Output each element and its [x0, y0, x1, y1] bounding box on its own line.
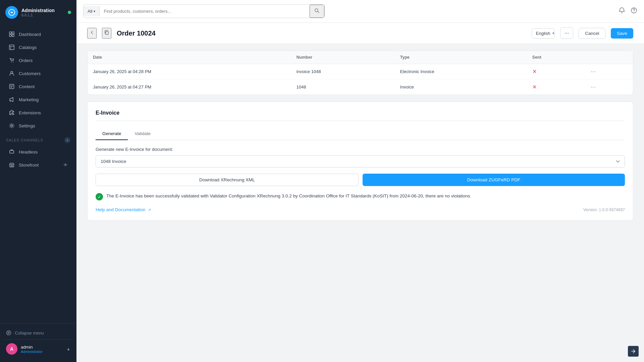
sidebar-nav: Dashboard Catalogs Orders Customers Cont… [0, 25, 76, 323]
corner-badge[interactable] [628, 346, 639, 357]
user-name: admin [21, 345, 43, 350]
sidebar-item-dashboard[interactable]: Dashboard [3, 28, 74, 41]
cell-sent: ✕ [527, 79, 585, 95]
page-title: Order 10024 [117, 29, 526, 37]
language-selector[interactable]: English ▾ [532, 28, 555, 39]
orders-icon [9, 57, 15, 63]
svg-rect-3 [9, 35, 11, 37]
svg-point-15 [11, 125, 13, 127]
more-options-button[interactable]: ··· [560, 27, 573, 39]
dashboard-icon [9, 31, 15, 37]
language-select[interactable]: English [532, 28, 555, 38]
tab-generate[interactable]: Generate [96, 128, 128, 140]
copy-button[interactable] [102, 28, 111, 39]
content-icon [9, 83, 15, 89]
search-all-button[interactable]: All ▾ [84, 6, 100, 16]
svg-rect-16 [10, 150, 14, 153]
success-icon: ✓ [96, 193, 103, 200]
add-sales-channel-button[interactable]: + [64, 137, 70, 143]
app-name: Administration [21, 8, 64, 13]
collapse-menu-label: Collapse menu [15, 330, 44, 336]
svg-rect-5 [9, 45, 14, 50]
download-pdf-button[interactable]: Download ZUGFeRD PDF [363, 174, 625, 186]
topbar: All ▾ [76, 0, 644, 23]
help-link[interactable]: Help and Documentation ↗ [96, 207, 151, 212]
svg-point-8 [11, 62, 12, 62]
cell-actions: ··· [585, 64, 633, 79]
svg-point-10 [11, 71, 13, 73]
settings-icon [9, 123, 15, 129]
status-dot [68, 11, 71, 14]
table-row: January 26, 2025 at 04:27 PM 1048 Invoic… [88, 79, 633, 95]
marketing-icon [9, 97, 15, 103]
app-logo [5, 6, 18, 19]
corner-icon [631, 349, 636, 354]
row-more-button[interactable]: ··· [591, 69, 596, 74]
table-row: January 26, 2025 at 04:28 PM invoice 104… [88, 64, 633, 79]
sidebar-item-storefront[interactable]: Storefront 👁 [3, 159, 74, 171]
sidebar-item-marketing[interactable]: Marketing [3, 93, 74, 106]
user-profile[interactable]: A admin Administrator ▲ [3, 340, 74, 358]
sidebar-footer: Collapse menu A admin Administrator ▲ [0, 323, 76, 362]
svg-point-22 [634, 12, 634, 12]
save-button[interactable]: Save [611, 28, 633, 39]
col-number: Number [291, 51, 395, 64]
user-info: admin Administrator [21, 345, 43, 354]
cell-type: Invoice [395, 79, 527, 95]
tabs: Generate Validate [96, 128, 625, 140]
app-info: Administration 6.6.1.1 [21, 8, 64, 17]
row-more-button[interactable]: ··· [591, 84, 596, 90]
extensions-icon [9, 110, 15, 116]
back-button[interactable] [87, 28, 97, 39]
svg-rect-1 [9, 32, 11, 34]
svg-rect-4 [12, 35, 14, 37]
external-link-icon: ↗ [148, 208, 151, 212]
sidebar-item-settings[interactable]: Settings [3, 119, 74, 132]
tab-validate[interactable]: Validate [128, 128, 157, 140]
headless-icon [9, 149, 15, 155]
search-input[interactable] [100, 6, 310, 16]
sent-x-icon: ✕ [532, 69, 537, 74]
sidebar-item-extensions[interactable]: Extensions [3, 106, 74, 119]
sidebar-item-label: Headless [19, 149, 38, 155]
sidebar-item-label: Marketing [19, 97, 39, 102]
collapse-menu-button[interactable]: Collapse menu [3, 327, 74, 338]
cell-date: January 26, 2025 at 04:27 PM [88, 79, 291, 95]
topbar-icons [619, 7, 637, 15]
search-button[interactable] [310, 5, 324, 18]
sidebar-item-catalogs[interactable]: Catalogs [3, 41, 74, 54]
sidebar-item-label: Extensions [19, 110, 41, 115]
search-icon [314, 8, 320, 13]
cell-date: January 26, 2025 at 04:28 PM [88, 64, 291, 79]
help-icon[interactable] [631, 7, 637, 15]
footer-row: Help and Documentation ↗ Version: 1.0.0-… [96, 207, 625, 212]
documents-table: Date Number Type Sent January 26, 2025 a… [88, 51, 633, 95]
generate-label: Generate new E-Invoice for document: [96, 147, 625, 152]
cancel-button[interactable]: Cancel [579, 28, 605, 39]
sidebar-item-headless[interactable]: Headless [3, 145, 74, 158]
collapse-icon [6, 330, 11, 336]
sidebar-item-label: Orders [19, 58, 33, 63]
document-select[interactable]: 1048 Invoice [96, 155, 625, 168]
einvoice-section: E-Invoice Generate Validate Generate new… [87, 102, 633, 221]
success-message: ✓ The E-Invoice has been successfully va… [96, 193, 625, 200]
main-content: All ▾ Order 10024 [76, 0, 644, 362]
sidebar-item-orders[interactable]: Orders [3, 54, 74, 67]
page-body: Order 10024 English ▾ ··· Cancel Save Da… [76, 23, 644, 362]
download-xml-button[interactable]: Download XRechnung XML [96, 174, 359, 186]
storefront-icon [9, 162, 15, 168]
version-label: Version: 1.0.0-5674697 [583, 207, 625, 212]
svg-rect-23 [106, 32, 108, 35]
notification-bell-icon[interactable] [619, 7, 625, 15]
cell-type: Electronic Invoice [395, 64, 527, 79]
documents-section: Date Number Type Sent January 26, 2025 a… [87, 51, 633, 95]
sidebar-item-content[interactable]: Content [3, 80, 74, 93]
sidebar-item-customers[interactable]: Customers [3, 67, 74, 80]
back-icon [89, 30, 95, 35]
user-chevron-icon: ▲ [66, 347, 70, 351]
search-all-label: All [88, 9, 92, 14]
sidebar-item-label: Customers [19, 71, 41, 76]
col-actions [585, 51, 633, 64]
cell-number: 1048 [291, 79, 395, 95]
app-version: 6.6.1.1 [21, 13, 64, 17]
